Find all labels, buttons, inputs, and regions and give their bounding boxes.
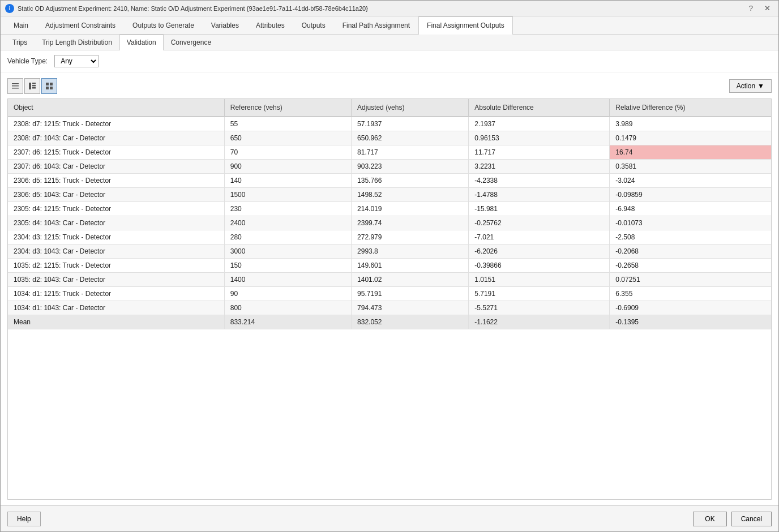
- cancel-button[interactable]: Cancel: [731, 512, 772, 526]
- tab-attributes[interactable]: Attributes: [247, 16, 293, 34]
- cell-abs_diff: -0.25762: [469, 216, 610, 230]
- view-buttons: [7, 78, 57, 94]
- cell-rel_diff: 0.1479: [610, 131, 771, 145]
- cell-reference: 2400: [224, 216, 351, 230]
- grid-view-button[interactable]: [41, 78, 57, 94]
- table-row: 2308: d7: 1215: Truck - Detector5557.193…: [8, 117, 771, 131]
- cell-abs_diff: 1.0151: [469, 273, 610, 287]
- tab-outputs-to-generate[interactable]: Outputs to Generate: [124, 16, 203, 34]
- cell-object: 2305: d4: 1043: Car - Detector: [8, 216, 224, 230]
- cell-object: 1035: d2: 1215: Truck - Detector: [8, 259, 224, 273]
- table-row: 1035: d2: 1043: Car - Detector14001401.0…: [8, 273, 771, 287]
- data-table-container: Object Reference (vehs) Adjusted (vehs) …: [7, 98, 772, 500]
- close-button[interactable]: ✕: [761, 3, 774, 14]
- cell-adjusted: 650.962: [352, 131, 469, 145]
- table-row: 2306: d5: 1043: Car - Detector15001498.5…: [8, 188, 771, 202]
- cell-reference: 90: [224, 287, 351, 301]
- svg-rect-4: [32, 83, 36, 84]
- cell-adjusted: 2399.74: [352, 216, 469, 230]
- cell-object: 1034: d1: 1215: Truck - Detector: [8, 287, 224, 301]
- action-button-label: Action: [737, 82, 755, 90]
- svg-rect-10: [50, 87, 53, 89]
- action-button[interactable]: Action ▼: [729, 79, 772, 93]
- col-reference: Reference (vehs): [224, 99, 351, 117]
- table-row: 2306: d5: 1215: Truck - Detector140135.7…: [8, 174, 771, 188]
- tab-final-assignment-outputs[interactable]: Final Assignment Outputs: [418, 16, 513, 35]
- sub-tab-trip-length-distribution[interactable]: Trip Length Distribution: [35, 35, 119, 50]
- cell-rel_diff: -6.948: [610, 202, 771, 216]
- table-row: 2304: d3: 1215: Truck - Detector280272.9…: [8, 230, 771, 244]
- svg-rect-1: [12, 85, 19, 87]
- cell-reference: 833.214: [224, 315, 351, 329]
- ok-button[interactable]: OK: [693, 512, 726, 526]
- cell-rel_diff: -0.01073: [610, 216, 771, 230]
- cell-object: 2304: d3: 1215: Truck - Detector: [8, 230, 224, 244]
- sub-tab-convergence[interactable]: Convergence: [164, 35, 219, 50]
- toolbar-row: Vehicle Type: Any Car Truck: [1, 50, 778, 72]
- data-table: Object Reference (vehs) Adjusted (vehs) …: [8, 99, 771, 329]
- main-tab-bar: Main Adjustment Constraints Outputs to G…: [1, 16, 778, 35]
- cell-rel_diff: 0.3581: [610, 160, 771, 174]
- title-bar: i Static OD Adjustment Experiment: 2410,…: [1, 1, 778, 16]
- detail-view-icon: [28, 82, 36, 90]
- tab-final-path-assignment[interactable]: Final Path Assignment: [334, 16, 418, 34]
- svg-rect-6: [32, 87, 36, 89]
- help-title-button[interactable]: ?: [746, 3, 756, 14]
- cell-adjusted: 1498.52: [352, 188, 469, 202]
- cell-adjusted: 95.7191: [352, 287, 469, 301]
- cell-rel_diff: -0.2068: [610, 244, 771, 259]
- col-rel-diff: Relative Difference (%): [610, 99, 771, 117]
- cell-adjusted: 57.1937: [352, 117, 469, 131]
- cell-rel_diff: -0.6909: [610, 301, 771, 315]
- col-abs-diff: Absolute Difference: [469, 99, 610, 117]
- cell-reference: 1500: [224, 188, 351, 202]
- cell-rel_diff: 0.07251: [610, 273, 771, 287]
- cell-object: 1034: d1: 1043: Car - Detector: [8, 301, 224, 315]
- vehicle-type-select[interactable]: Any Car Truck: [54, 55, 99, 67]
- cell-abs_diff: -0.39866: [469, 259, 610, 273]
- tab-main[interactable]: Main: [5, 16, 37, 34]
- table-header-row: Object Reference (vehs) Adjusted (vehs) …: [8, 99, 771, 117]
- cell-adjusted: 214.019: [352, 202, 469, 216]
- cell-rel_diff: 6.355: [610, 287, 771, 301]
- cell-reference: 140: [224, 174, 351, 188]
- cell-adjusted: 272.979: [352, 230, 469, 244]
- footer: Help OK Cancel: [1, 505, 778, 531]
- cell-rel_diff: 3.989: [610, 117, 771, 131]
- table-row: 2305: d4: 1043: Car - Detector24002399.7…: [8, 216, 771, 230]
- col-adjusted: Adjusted (vehs): [352, 99, 469, 117]
- cell-reference: 3000: [224, 244, 351, 259]
- content-area: Action ▼ Object Reference (vehs) Adjuste…: [1, 72, 778, 505]
- cell-rel_diff: -0.2658: [610, 259, 771, 273]
- cell-abs_diff: 0.96153: [469, 131, 610, 145]
- list-view-button[interactable]: [7, 78, 23, 94]
- cell-reference: 150: [224, 259, 351, 273]
- cell-adjusted: 135.766: [352, 174, 469, 188]
- cell-rel_diff: -0.1395: [610, 315, 771, 329]
- tab-variables[interactable]: Variables: [203, 16, 247, 34]
- help-button[interactable]: Help: [7, 512, 41, 526]
- detail-view-button[interactable]: [24, 78, 40, 94]
- cell-rel_diff: -3.024: [610, 174, 771, 188]
- window-title: Static OD Adjustment Experiment: 2410, N…: [18, 5, 368, 12]
- sub-tab-trips[interactable]: Trips: [5, 35, 35, 50]
- cell-reference: 650: [224, 131, 351, 145]
- table-row: 2308: d7: 1043: Car - Detector650650.962…: [8, 131, 771, 145]
- table-row: 1034: d1: 1215: Truck - Detector9095.719…: [8, 287, 771, 301]
- cell-adjusted: 81.717: [352, 145, 469, 160]
- svg-rect-7: [46, 83, 49, 85]
- tab-outputs[interactable]: Outputs: [293, 16, 334, 34]
- cell-abs_diff: -5.5271: [469, 301, 610, 315]
- title-bar-left: i Static OD Adjustment Experiment: 2410,…: [5, 4, 368, 13]
- cell-rel_diff: 16.74: [610, 145, 771, 160]
- cell-object: 2308: d7: 1215: Truck - Detector: [8, 117, 224, 131]
- tab-adjustment-constraints[interactable]: Adjustment Constraints: [37, 16, 124, 34]
- table-row: 2307: d6: 1043: Car - Detector900903.223…: [8, 160, 771, 174]
- svg-rect-9: [46, 87, 49, 89]
- table-row: 2307: d6: 1215: Truck - Detector7081.717…: [8, 145, 771, 160]
- cell-rel_diff: -2.508: [610, 230, 771, 244]
- sub-tab-validation[interactable]: Validation: [119, 35, 164, 50]
- cell-reference: 70: [224, 145, 351, 160]
- cell-adjusted: 2993.8: [352, 244, 469, 259]
- cell-object: 2307: d6: 1043: Car - Detector: [8, 160, 224, 174]
